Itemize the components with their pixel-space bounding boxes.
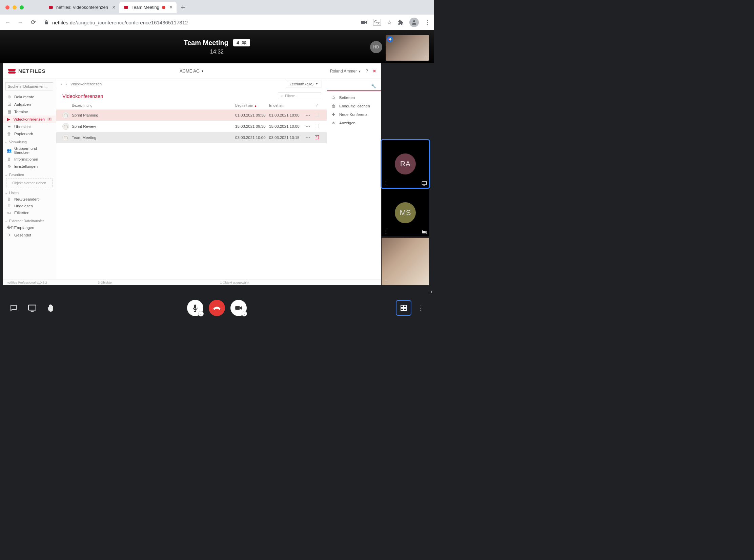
browser-chrome: netfiles: Videokonferenzen × Team Meetin… [0,0,434,30]
address-bar: ← → ⟳ netfiles.de/amgebu_/conference/con… [0,15,434,30]
nav-tasks[interactable]: ☑Aufgaben [3,101,56,108]
new-tab-button[interactable]: + [181,3,185,12]
wrench-icon[interactable]: 🔧 [371,84,376,88]
minimize-window-button[interactable] [13,5,17,9]
row-checkbox[interactable] [315,124,319,128]
close-window-button[interactable] [5,5,9,9]
url-field[interactable]: netfiles.de/amgebu_/conference/conferenc… [42,20,356,25]
forward-button[interactable]: → [16,19,24,26]
mic-options-icon[interactable]: ⌄ [198,311,204,316]
table-row[interactable]: Sprint Review15.03.2021 09:3015.03.2021 … [56,121,327,132]
app-logo[interactable]: NETFILES [8,68,46,74]
nav-info[interactable]: 🗎Informationen [3,156,56,163]
nav-trash[interactable]: 🗑Papierkorb [3,131,56,137]
participant-tile[interactable]: MS ⋮ [381,189,429,237]
col-check[interactable]: ✓ [313,103,321,107]
doc-icon: 🗎 [7,204,12,208]
close-app-icon[interactable]: ✕ [373,69,376,74]
profile-avatar[interactable] [409,18,419,27]
table-row[interactable]: Sprint Planning01.03.2021 09:3001.03.202… [56,110,327,121]
period-filter[interactable]: Zeitraum (alle)▼ [286,81,322,87]
logo-mark-icon [8,69,16,74]
nav-settings[interactable]: ⚙Einstellungen [3,163,56,170]
check-square-icon: ☑ [7,102,12,107]
participant-tile-video[interactable]: ⋮ [381,238,429,285]
browser-tab-inactive[interactable]: netfiles: Videokonferenzen × [44,2,119,13]
action-show[interactable]: 👁Anzeigen [327,119,381,127]
people-icon [241,40,247,45]
nav-lists-labels[interactable]: 🏷Etiketten [3,209,56,216]
camera-button[interactable]: ⌄ [231,300,247,316]
action-join[interactable]: ➲Beitreten [327,93,381,102]
section-transfer[interactable]: ⌄Externer Dateitransfer [3,216,56,224]
hangup-button[interactable] [209,300,225,316]
col-start[interactable]: Beginnt am ▲ [235,103,269,107]
nav-overview[interactable]: ≣Übersicht [3,123,56,131]
breadcrumb-back[interactable]: ‹ [61,82,62,86]
nav-appointments[interactable]: ▦Termine [3,108,56,116]
bookmark-star-icon[interactable]: ☆ [387,19,392,26]
row-checkbox[interactable] [315,135,319,139]
table-header: Bezeichnung Beginnt am ▲ Endet am ✓ [56,101,327,110]
section-lists[interactable]: ⌄Listen [3,188,56,196]
close-tab-icon[interactable]: × [170,4,173,11]
row-actions-icon[interactable]: ••• [305,113,311,117]
nav-lists-unread[interactable]: 🗎Ungelesen [3,203,56,209]
presenter-video-thumbnail[interactable]: 📢 ☆ [385,35,429,61]
favorites-drop-target[interactable]: Objekt hierher ziehen [6,179,53,187]
status-bar: netfiles Professional v10.5.2 3 Objekte … [3,279,381,285]
svg-rect-11 [404,305,406,307]
self-avatar[interactable]: HD [370,41,382,53]
search-input[interactable] [5,82,53,91]
tile-menu-icon[interactable]: ⋮ [383,229,388,235]
close-tab-icon[interactable]: × [112,4,115,11]
participant-count-badge[interactable]: 4 [233,39,250,46]
conference-toolbar: ⌄ ⌄ ⋮ [0,293,434,322]
action-new[interactable]: ✚Neue Konferenz [327,110,381,119]
action-delete[interactable]: 🗑Endgültig löschen [327,102,381,110]
user-menu[interactable]: Roland Ammer ▼ [330,69,361,74]
nav-received[interactable]: �EEEmpfangen [3,224,56,232]
participant-tile[interactable]: RA ⋮ [381,140,429,188]
breadcrumb-forward[interactable]: › [66,82,67,86]
browser-tab-active[interactable]: Team Meeting × [119,2,177,13]
nav-lists-new[interactable]: 🗎Neu/Geändert [3,196,56,203]
more-options-button[interactable]: ⋮ [417,304,424,312]
extensions-icon[interactable] [398,20,403,25]
screen-share-button[interactable] [28,304,37,312]
nav-sent[interactable]: ✈Gesendet [3,232,56,239]
row-checkbox[interactable] [315,113,319,117]
row-name: Sprint Review [72,124,235,128]
screen-share-icon [421,181,427,186]
col-name[interactable]: Bezeichnung [72,103,235,107]
tile-view-button[interactable] [396,300,411,316]
reload-button[interactable]: ⟳ [29,19,37,26]
svg-rect-7 [28,305,36,310]
pin-star-icon[interactable]: ☆ [423,55,428,60]
conference-row-icon [62,123,69,130]
camera-indicator-icon[interactable] [361,20,367,25]
maximize-window-button[interactable] [20,5,24,9]
nav-documents[interactable]: ⊕Dokumente [3,93,56,101]
org-switcher[interactable]: ACME AG▼ [180,68,204,74]
row-actions-icon[interactable]: ••• [305,124,311,128]
nav-videoconferences[interactable]: ▶Videokonferenzen2 [3,116,56,123]
section-admin[interactable]: ⌄Verwaltung [3,137,56,145]
tile-menu-icon[interactable]: ⋮ [383,180,388,186]
raise-hand-button[interactable] [47,303,55,312]
conference-elapsed: 14:32 [184,49,250,55]
microphone-button[interactable]: ⌄ [187,300,203,316]
browser-menu-icon[interactable]: ⋮ [425,19,430,26]
tile-menu-icon[interactable]: ⋮ [383,278,388,283]
filter-input[interactable]: ⌕Filtern... [278,93,321,99]
chat-button[interactable] [9,304,18,312]
camera-options-icon[interactable]: ⌄ [242,311,247,316]
col-end[interactable]: Endet am [269,103,303,107]
translate-icon[interactable]: G文 [373,19,381,26]
table-row[interactable]: Team Meeting03.03.2021 10:0003.03.2021 1… [56,132,327,143]
help-icon[interactable]: ? [366,69,368,74]
section-favorites[interactable]: ⌄Favoriten [3,170,56,178]
row-actions-icon[interactable]: ••• [305,136,311,140]
back-button[interactable]: ← [3,19,12,26]
nav-groups[interactable]: 👥Gruppen und Benutzer [3,145,56,156]
